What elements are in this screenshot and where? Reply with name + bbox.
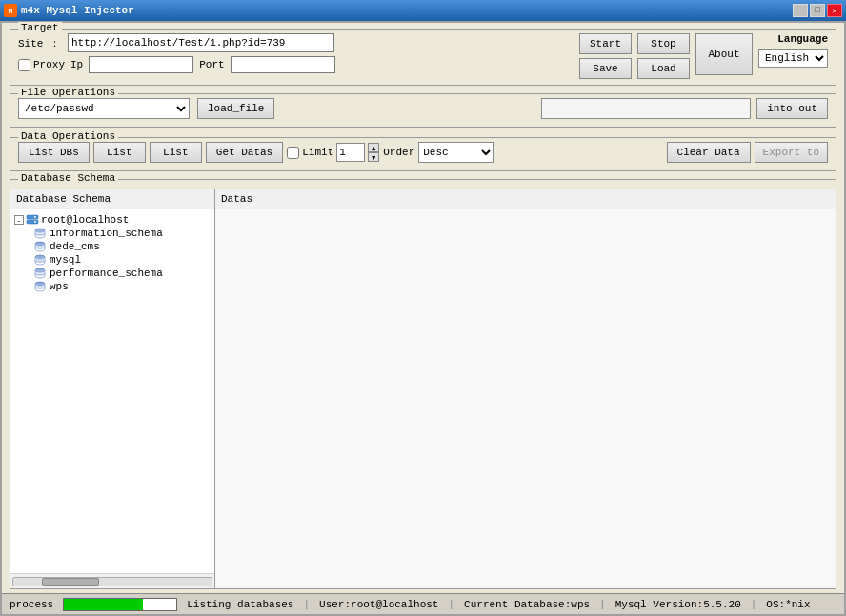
db-schema-section: Database Schema Database Schema -: [10, 179, 836, 589]
tree-children: information_schema d: [31, 227, 211, 293]
process-label: process: [10, 599, 53, 610]
limit-label: Limit: [302, 147, 333, 158]
svg-rect-1: [27, 220, 38, 224]
os-status: OS:*nix: [766, 599, 810, 610]
status-text: Listing databases: [187, 599, 293, 610]
ip-label: Ip: [70, 59, 83, 70]
app-title: m4x Mysql Injector: [21, 5, 134, 16]
tree-panel: Database Schema - roo: [10, 189, 215, 588]
load-file-button[interactable]: load_file: [197, 98, 274, 119]
db-icon-perf: [33, 268, 47, 279]
tree-content: - root@localhost: [10, 209, 214, 573]
load-button[interactable]: Load: [637, 58, 690, 79]
root-node-label: root@localhost: [41, 214, 129, 226]
svg-rect-0: [27, 215, 38, 219]
minimize-button[interactable]: ─: [793, 4, 808, 17]
file-path-select[interactable]: /etc/passwd /etc/shadow /etc/hosts: [18, 98, 190, 119]
list-button-1[interactable]: List: [93, 142, 146, 163]
target-label: Target: [18, 22, 62, 33]
tree-scrollbar[interactable]: [10, 573, 214, 588]
port-input[interactable]: [231, 56, 335, 73]
limit-input[interactable]: [336, 143, 365, 162]
svg-rect-11: [35, 270, 45, 276]
progress-bar-fill: [64, 599, 143, 610]
db-name-label: mysql: [50, 254, 81, 266]
data-ops-label: Data Operations: [18, 130, 118, 142]
maximize-button[interactable]: □: [810, 4, 825, 17]
language-select[interactable]: English Chinese: [758, 49, 828, 68]
list-item[interactable]: performance_schema: [31, 267, 211, 280]
start-button[interactable]: Start: [579, 33, 632, 54]
db-name-label: dede_cms: [50, 241, 100, 252]
svg-point-3: [34, 221, 36, 223]
server-icon: [26, 214, 39, 226]
tree-expand-icon[interactable]: -: [14, 215, 24, 225]
limit-up-button[interactable]: ▲: [368, 143, 379, 152]
stop-button[interactable]: Stop: [637, 33, 690, 54]
scrollbar-thumb[interactable]: [42, 578, 99, 586]
db-schema-title: Database Schema: [18, 172, 118, 184]
db-status: Current Database:wps: [464, 599, 590, 610]
list-item[interactable]: information_schema: [31, 227, 211, 240]
data-content-area: [215, 209, 836, 588]
save-button[interactable]: Save: [579, 58, 632, 79]
file-content-input[interactable]: [541, 98, 751, 119]
svg-rect-13: [35, 284, 45, 289]
target-section: Target Site ： Proxy Ip Port Start Save: [10, 29, 836, 86]
language-title: Language: [777, 33, 828, 45]
user-status: User:root@localhost: [319, 599, 438, 610]
limit-checkbox[interactable]: [287, 147, 299, 159]
tree-panel-header: Database Schema: [10, 189, 214, 209]
app-icon: M: [4, 4, 17, 17]
db-name-label: performance_schema: [50, 268, 163, 279]
list-dbs-button[interactable]: List DBs: [18, 142, 90, 163]
db-icon-info: [33, 228, 47, 239]
into-out-button[interactable]: into out: [756, 98, 828, 119]
limit-down-button[interactable]: ▼: [368, 152, 379, 162]
order-label: Order: [383, 147, 414, 158]
get-datas-button[interactable]: Get Datas: [206, 142, 283, 163]
ip-input[interactable]: [89, 56, 193, 73]
tree-root-node[interactable]: - root@localhost: [14, 213, 211, 227]
db-icon-wps: [33, 281, 47, 292]
close-button[interactable]: ✕: [827, 4, 842, 17]
export-to-button[interactable]: Export to: [755, 142, 828, 163]
db-icon-dede: [33, 241, 47, 252]
data-panel-header: Datas: [215, 189, 836, 209]
list-item[interactable]: mysql: [31, 253, 211, 267]
site-label: Site ：: [18, 36, 60, 50]
data-operations-section: Data Operations List DBs List List Get D…: [10, 137, 836, 171]
scrollbar-track: [12, 577, 212, 586]
list-item[interactable]: wps: [31, 280, 211, 293]
proxy-checkbox-label: Proxy: [18, 59, 65, 71]
port-label: Port: [199, 59, 224, 70]
file-ops-label: File Operations: [18, 87, 118, 98]
main-window: Target Site ： Proxy Ip Port Start Save: [0, 21, 846, 616]
title-bar: M m4x Mysql Injector ─ □ ✕: [0, 0, 846, 21]
svg-rect-7: [35, 244, 45, 249]
svg-rect-5: [35, 230, 45, 236]
db-name-label: wps: [50, 281, 69, 292]
proxy-checkbox[interactable]: [18, 59, 30, 71]
list-item[interactable]: dede_cms: [31, 240, 211, 253]
svg-point-2: [34, 216, 36, 218]
about-button[interactable]: About: [695, 33, 753, 75]
version-status: Mysql Version:5.5.20: [615, 599, 741, 610]
clear-data-button[interactable]: Clear Data: [667, 142, 751, 163]
svg-rect-9: [35, 257, 45, 263]
db-icon-mysql: [33, 254, 47, 266]
progress-bar: [63, 598, 177, 611]
data-panel: Datas: [215, 189, 836, 588]
site-input[interactable]: [68, 33, 334, 52]
list-button-2[interactable]: List: [150, 142, 202, 163]
file-operations-section: File Operations /etc/passwd /etc/shadow …: [10, 93, 836, 128]
order-select[interactable]: Desc Asc: [418, 142, 494, 163]
status-bar: process Listing databases | User:root@lo…: [2, 593, 844, 614]
db-name-label: information_schema: [50, 228, 163, 239]
